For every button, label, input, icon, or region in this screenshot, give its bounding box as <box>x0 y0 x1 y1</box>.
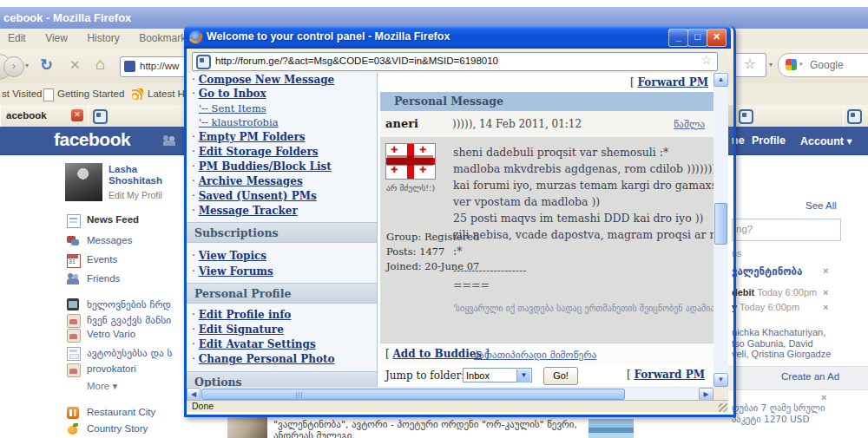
search-caret-icon[interactable]: ▾ <box>799 61 803 68</box>
facebook-logo[interactable]: facebook <box>54 129 130 150</box>
star-icon: ☆ <box>744 56 756 71</box>
sidebar-more-link[interactable]: More ▾ <box>87 380 117 392</box>
folder-select[interactable]: Inbox ▼ <box>463 368 532 382</box>
home-icon[interactable]: ⌂ <box>95 55 105 74</box>
feed-thumbnail[interactable] <box>227 417 267 438</box>
forward-pm-bottom[interactable]: [ Forward PM <box>627 369 705 381</box>
friend-name[interactable]: veli, Qristina Giorgadze <box>732 349 831 360</box>
pm-delete-link[interactable]: წაშლა <box>674 118 705 130</box>
status-input[interactable]: ng? <box>732 219 841 241</box>
tab-tbilisis-forumi[interactable]: TBILISIS FORUMI - <box>88 105 186 127</box>
sidebar-link-view-topics[interactable]: View Topics <box>199 250 266 262</box>
star-icon[interactable]: ☆ <box>700 53 712 67</box>
sidebar-link-edit-signature[interactable]: Edit Signature <box>199 324 284 336</box>
sidebar-link-pm-buddies[interactable]: PM Buddies/Block List <box>199 160 332 173</box>
sidebar-section-personal-profile: Personal Profile <box>187 283 377 304</box>
popup-title: Welcome to your control panel - Mozilla … <box>207 30 450 42</box>
sidebar-group-3[interactable]: Vetro Vario <box>87 329 135 339</box>
tab-murzakani[interactable]: murzakani(37) -> T... <box>733 105 844 127</box>
create-an-ad-link[interactable]: Create an Ad <box>781 371 839 382</box>
nav-profile[interactable]: Profile <box>752 134 786 147</box>
ad-text[interactable]: დუბაი 7 ღამე სრული პაკეტი 1270 USD <box>732 402 825 425</box>
nav-account-menu[interactable]: Account ▾ <box>800 134 852 147</box>
sidebar-item-messages[interactable]: Messages <box>87 235 132 245</box>
scroll-down-icon[interactable]: ▼ <box>713 373 728 387</box>
sidebar-link-archive[interactable]: Archive Messages <box>199 175 303 187</box>
google-logo-icon <box>786 59 797 70</box>
close-x-icon[interactable]: × <box>823 265 828 276</box>
sidebar-link-saved-pms[interactable]: Saved (Unsent) PMs <box>199 190 317 202</box>
sidebar-link-change-photo[interactable]: Change Personal Photo <box>199 353 335 365</box>
profile-name[interactable]: Lasha Shoshitash <box>108 164 162 186</box>
sidebar-link-empty-pm[interactable]: Empty PM Folders <box>199 131 306 143</box>
menu-history[interactable]: History <box>79 29 127 49</box>
close-button[interactable]: ✕ <box>707 29 727 47</box>
tab-facebook[interactable]: acebook ✕ <box>0 105 89 127</box>
sidebar-app-country-story[interactable]: Country Story <box>87 423 148 434</box>
friend-name[interactable]: tso Gabunia, David <box>732 338 831 350</box>
tab-jgufi[interactable]: ჯგუფ <box>843 105 868 127</box>
go-button[interactable]: Go! <box>543 367 578 385</box>
minimize-button[interactable]: _ <box>668 29 688 47</box>
sidebar-link-message-tracker[interactable]: Message Tracker <box>199 205 298 217</box>
stop-icon[interactable]: ✕ <box>69 57 81 73</box>
friend-names: nichka Khachaturiyan, tso Gabunia, David… <box>732 327 831 360</box>
event-item-1[interactable]: ვალენტინობა <box>732 265 802 278</box>
profile-photo[interactable] <box>65 163 102 201</box>
sidebar-link-compose[interactable]: Compose New Message <box>199 74 335 86</box>
bookmark-getting-started[interactable]: Getting Started <box>57 83 124 105</box>
event-item-2[interactable]: debit Today 6:00pm <box>732 287 817 297</box>
sidebar-group-5[interactable]: provokatori <box>87 363 136 374</box>
horizontal-scrollbar[interactable]: ◀ ▶ <box>187 387 728 401</box>
menu-view[interactable]: View <box>37 29 76 49</box>
star-dropdown-caret-icon[interactable]: ▾ <box>769 61 773 69</box>
sidebar-group-2[interactable]: ჩვენ გვაქვს მანსი <box>87 314 184 326</box>
sidebar-group-1[interactable]: ხელოვნების ჩრდ <box>87 298 184 311</box>
vertical-scroll-thumb[interactable] <box>714 203 727 245</box>
popup-url-field[interactable]: http://forum.ge/?&act=Msg&CODE=03&VID=in… <box>192 52 718 71</box>
reload-icon[interactable]: ↻ <box>40 56 53 75</box>
forward-pm-top[interactable]: [ Forward PM <box>377 76 708 88</box>
search-box[interactable]: ▾ <box>778 53 868 77</box>
sidebar-link-view-forums[interactable]: View Forums <box>199 265 273 278</box>
sidebar-link-edit-storage[interactable]: Edit Storage Folders <box>199 146 319 158</box>
scroll-corner <box>713 388 728 401</box>
close-x-icon[interactable]: × <box>823 287 828 297</box>
tab-close-icon[interactable]: ✕ <box>71 109 83 121</box>
sidebar-link-klaustrofobia[interactable]: '-- klaustrofobia <box>199 116 279 128</box>
sidebar-item-events[interactable]: Events <box>87 254 117 265</box>
edit-profile-link[interactable]: Edit My Profil <box>108 190 162 200</box>
back-dropdown-caret-icon[interactable]: ▾ <box>25 62 29 69</box>
close-x-icon[interactable]: × <box>821 392 826 402</box>
search-input[interactable] <box>808 57 867 73</box>
resize-grip[interactable] <box>719 403 727 412</box>
see-all-link[interactable]: See All <box>806 200 837 211</box>
sidebar-link-edit-avatar[interactable]: Edit Avatar Settings <box>199 338 316 350</box>
conversation-history-link[interactable]: პარათიპირადი მიმოწერა <box>474 349 596 361</box>
sidebar-item-friends[interactable]: Friends <box>87 273 120 284</box>
scroll-left-icon[interactable]: ◀ <box>187 388 201 401</box>
maximize-button[interactable]: □ <box>687 29 707 47</box>
friends-requests-icon[interactable] <box>163 135 177 146</box>
sidebar-link-edit-profile[interactable]: Edit Profile info <box>199 309 292 321</box>
forward-button[interactable]: › <box>3 56 24 77</box>
sidebar-group-4[interactable]: ავტობუსებსა და ს <box>87 347 184 359</box>
bookmark-star-box[interactable]: ☆ <box>733 53 766 77</box>
sidebar-app-restaurant-city[interactable]: Restaurant City <box>87 407 155 417</box>
horizontal-scroll-thumb[interactable] <box>201 389 625 400</box>
close-x-icon[interactable]: × <box>823 302 828 312</box>
event-item-3[interactable]: y Today 6:00pm <box>732 302 799 312</box>
sidebar-item-news-feed[interactable]: News Feed <box>87 214 139 225</box>
bookmark-most-visited[interactable]: st Visited <box>2 83 42 105</box>
friend-name[interactable]: nichka Khachaturiyan, <box>732 327 831 338</box>
popup-titlebar[interactable]: Welcome to your control panel - Mozilla … <box>184 26 731 49</box>
menu-edit[interactable]: Edit <box>0 29 34 49</box>
scroll-right-icon[interactable]: ▶ <box>699 388 713 401</box>
sidebar-link-inbox[interactable]: Go to Inbox <box>199 88 266 100</box>
facebook-favicon <box>124 61 135 72</box>
scroll-up-icon[interactable]: ▲ <box>713 73 728 87</box>
pm-sender[interactable]: aneri <box>385 117 418 130</box>
feed-ad-thumbnail[interactable] <box>589 419 634 438</box>
sidebar-link-sent-items[interactable]: '-- Sent Items <box>199 102 266 114</box>
background-url-bar[interactable]: http://ww <box>120 56 186 77</box>
